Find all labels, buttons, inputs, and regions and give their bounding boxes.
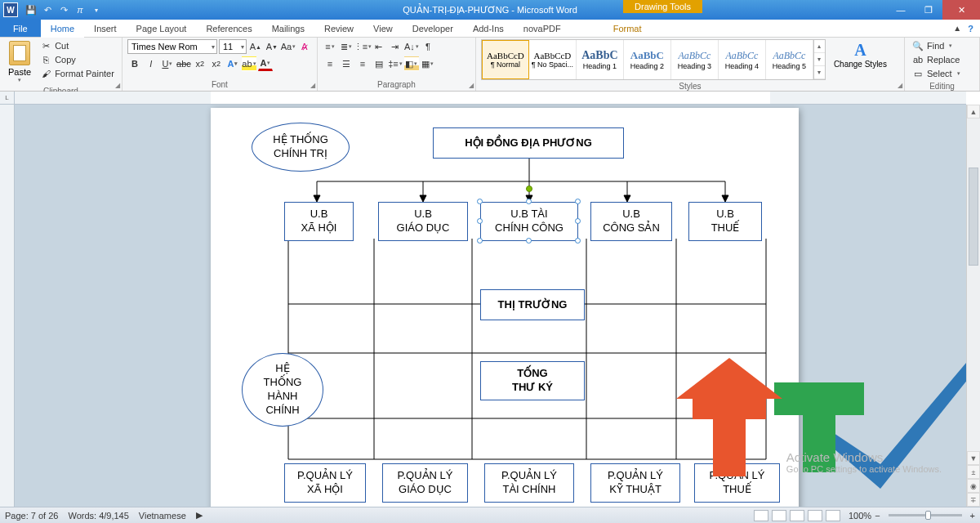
undo-icon[interactable]: ↶	[41, 3, 54, 16]
style-heading3[interactable]: AaBbCcHeading 3	[671, 40, 719, 79]
diagram-box-ub2[interactable]: U.B GIÁO DỤC	[378, 202, 468, 241]
view-outline-icon[interactable]	[808, 510, 822, 521]
browse-object-icon[interactable]: ◉	[967, 479, 980, 493]
style-heading1[interactable]: AaBbCHeading 1	[577, 40, 624, 79]
diagram-box-ub5[interactable]: U.B THUẾ	[688, 202, 762, 241]
tab-references[interactable]: References	[196, 20, 261, 37]
view-print-layout-icon[interactable]	[754, 510, 768, 521]
align-center-icon[interactable]: ☰	[339, 56, 354, 71]
tab-format[interactable]: Format	[604, 20, 652, 37]
style-normal[interactable]: AaBbCcD¶ Normal	[482, 40, 529, 79]
align-right-icon[interactable]: ≡	[355, 56, 370, 71]
browse-up-icon[interactable]: ±	[967, 465, 980, 479]
redo-icon[interactable]: ↷	[57, 3, 70, 16]
highlight-icon[interactable]: ab	[242, 56, 256, 71]
align-left-icon[interactable]: ≡	[323, 56, 337, 71]
show-marks-icon[interactable]: ¶	[421, 39, 435, 54]
styles-gallery[interactable]: AaBbCcD¶ Normal AaBbCcD¶ No Spaci... AaB…	[481, 39, 826, 80]
tab-review[interactable]: Review	[314, 20, 363, 37]
diagram-box-secretary[interactable]: TỐNG THƯ KÝ	[480, 361, 585, 400]
document-scroll[interactable]: HỆ THỐNG CHÍNH TRỊ HỘI ĐỒNG ĐỊA PHƯƠNG U…	[15, 105, 966, 507]
change-styles-button[interactable]: A Change Styles	[829, 39, 892, 80]
view-web-icon[interactable]	[790, 510, 804, 521]
maximize-button[interactable]	[915, 0, 942, 20]
zoom-out-icon[interactable]: −	[875, 511, 880, 521]
tab-developer[interactable]: Developer	[403, 20, 463, 37]
selection-handle[interactable]	[477, 238, 483, 244]
horizontal-ruler[interactable]	[15, 92, 966, 105]
style-heading5[interactable]: AaBbCcHeading 5	[766, 40, 813, 79]
diagram-box-p5[interactable]: P.QUẢN LÝ THUẾ	[694, 463, 780, 503]
equation-icon[interactable]: π	[74, 3, 87, 16]
replace-button[interactable]: abReplace	[910, 53, 974, 66]
zoom-in-icon[interactable]: +	[970, 511, 975, 521]
clipboard-launcher-icon[interactable]: ◢	[115, 82, 120, 89]
tab-file[interactable]: File	[0, 20, 41, 37]
minimize-ribbon-icon[interactable]: ▲	[953, 24, 961, 33]
style-nospacing[interactable]: AaBbCcD¶ No Spaci...	[529, 40, 577, 79]
numbering-icon[interactable]: ≣	[339, 39, 354, 54]
sort-icon[interactable]: A↓	[404, 39, 419, 54]
page[interactable]: HỆ THỐNG CHÍNH TRỊ HỘI ĐỒNG ĐỊA PHƯƠNG U…	[211, 108, 799, 507]
rotation-handle[interactable]	[526, 186, 532, 192]
subscript-icon[interactable]: x2	[193, 56, 207, 71]
diagram-box-p4[interactable]: P.QUẢN LÝ KỸ THUẬT	[590, 463, 680, 503]
copy-button[interactable]: ⎘Copy	[38, 53, 117, 66]
strike-icon[interactable]: abc	[176, 56, 191, 71]
paste-dropdown-icon[interactable]: ▾	[18, 77, 21, 83]
diagram-box-p3[interactable]: P.QUẢN LÝ TÀI CHÍNH	[484, 463, 574, 503]
selection-handle[interactable]	[526, 199, 532, 204]
diagram-box-market[interactable]: THỊ TRƯỜNG	[480, 289, 585, 320]
font-size-combo[interactable]: 11	[219, 39, 247, 54]
paste-icon[interactable]	[9, 41, 30, 65]
diagram-box-p2[interactable]: P.QUẢN LÝ GIÁO DỤC	[382, 463, 468, 503]
status-page[interactable]: Page: 7 of 26	[5, 511, 58, 521]
selection-handle[interactable]	[477, 199, 483, 204]
status-language[interactable]: Vietnamese	[139, 511, 186, 521]
browse-down-icon[interactable]: ∓	[967, 493, 980, 507]
italic-icon[interactable]: I	[144, 56, 158, 71]
status-macro-icon[interactable]: ▶	[196, 510, 203, 521]
scroll-down-icon[interactable]: ▼	[967, 451, 980, 465]
tab-page-layout[interactable]: Page Layout	[127, 20, 197, 37]
grow-font-icon[interactable]: A▲	[248, 39, 263, 54]
style-heading4[interactable]: AaBbCcHeading 4	[719, 40, 766, 79]
selection-handle[interactable]	[575, 238, 581, 244]
status-zoom[interactable]: 100%	[849, 511, 871, 521]
text-effects-icon[interactable]: A	[225, 56, 240, 71]
font-name-combo[interactable]: Times New Rom	[127, 39, 217, 54]
styles-scroll[interactable]: ▴▾▾	[813, 40, 825, 79]
font-color-icon[interactable]: A	[258, 56, 273, 71]
diagram-box-p1[interactable]: P.QUẢN LÝ XÃ HỘI	[284, 463, 366, 503]
diagram-oval-political[interactable]: HỆ THỐNG CHÍNH TRỊ	[252, 123, 350, 172]
superscript-icon[interactable]: x2	[209, 56, 224, 71]
clear-format-icon[interactable]: A̷	[297, 39, 312, 54]
tab-view[interactable]: View	[363, 20, 403, 37]
vertical-ruler[interactable]	[0, 105, 15, 507]
bold-icon[interactable]: B	[127, 56, 142, 71]
selection-handle[interactable]	[526, 238, 532, 244]
decrease-indent-icon[interactable]: ⇤	[372, 39, 386, 54]
cut-button[interactable]: ✂Cut	[38, 39, 117, 52]
view-draft-icon[interactable]	[826, 510, 840, 521]
help-icon[interactable]: ?	[968, 24, 973, 34]
diagram-box-ub1[interactable]: U.B XÃ HỘI	[284, 202, 354, 241]
diagram-oval-admin[interactable]: HỆ THỐNG HÀNH CHÍNH	[242, 353, 323, 427]
line-spacing-icon[interactable]: ‡≡	[388, 56, 403, 71]
diagram-box-ub4[interactable]: U.B CÔNG SẢN	[590, 202, 672, 241]
shading-icon[interactable]: ◧	[404, 56, 419, 71]
selection-handle[interactable]	[575, 199, 581, 204]
tab-novapdf[interactable]: novaPDF	[514, 20, 571, 37]
underline-icon[interactable]: U	[160, 56, 175, 71]
multilevel-icon[interactable]: ⋮≡	[355, 39, 370, 54]
find-button[interactable]: 🔍Find▾	[910, 39, 974, 52]
justify-icon[interactable]: ▤	[372, 56, 386, 71]
selection-handle[interactable]	[477, 218, 483, 224]
paragraph-launcher-icon[interactable]: ◢	[469, 82, 474, 89]
format-painter-button[interactable]: 🖌Format Painter	[38, 67, 117, 80]
increase-indent-icon[interactable]: ⇥	[388, 39, 403, 54]
scroll-thumb[interactable]	[969, 168, 978, 266]
borders-icon[interactable]: ▦	[421, 56, 435, 71]
selection-handle[interactable]	[575, 218, 581, 224]
change-case-icon[interactable]: Aa	[281, 39, 296, 54]
